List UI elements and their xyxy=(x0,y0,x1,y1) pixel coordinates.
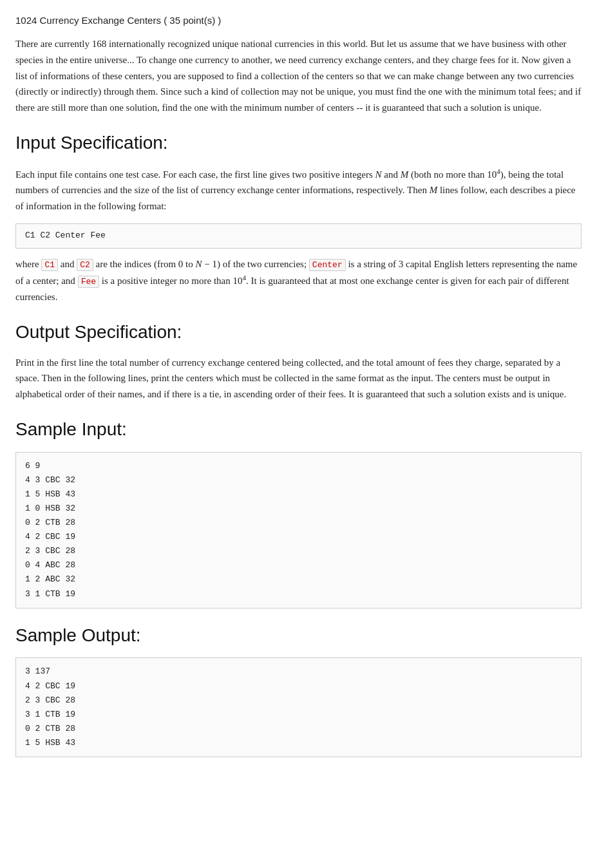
where-text3: − 1) of the two currencies; xyxy=(204,259,309,269)
c1-inline-code: C1 xyxy=(41,259,58,271)
where-and1: and xyxy=(61,259,75,269)
input-spec-and: and xyxy=(384,169,400,180)
input-spec-text2: (both no more than 10 xyxy=(411,169,497,180)
output-spec-text: Print in the first line the total number… xyxy=(15,355,582,402)
format-code-block: C1 C2 Center Fee xyxy=(15,223,582,249)
sample-input-line-8: 0 4 ABC 28 xyxy=(25,558,572,572)
sample-input-line-6: 4 2 CBC 19 xyxy=(25,530,572,544)
sample-input-line-1: 6 9 xyxy=(25,459,572,473)
page-title: 1024 Currency Exchange Centers ( 35 poin… xyxy=(15,13,582,28)
sample-input-heading: Sample Input: xyxy=(15,415,582,444)
sample-input-line-2: 4 3 CBC 32 xyxy=(25,473,572,487)
sample-output-line-1: 3 137 xyxy=(25,665,572,679)
sample-input-line-3: 1 5 HSB 43 xyxy=(25,487,572,502)
sample-input-line-10: 3 1 CTB 19 xyxy=(25,587,572,601)
where-N: N xyxy=(196,259,202,269)
input-spec-text1: Each input file contains one test case. … xyxy=(15,169,373,180)
where-text5: is a positive integer no more than 10 xyxy=(102,276,243,286)
sample-output-heading: Sample Output: xyxy=(15,621,582,650)
sample-input-line-9: 1 2 ABC 32 xyxy=(25,572,572,587)
where-text2: are the indices (from 0 to xyxy=(96,259,196,269)
where-paragraph: where C1 and C2 are the indices (from 0 … xyxy=(15,256,582,305)
center-inline-code: Center xyxy=(309,259,346,271)
input-spec-heading: Input Specification: xyxy=(15,129,582,158)
input-spec-paragraph: Each input file contains one test case. … xyxy=(15,165,582,214)
fee-inline-code: Fee xyxy=(78,276,99,288)
input-spec-M2: M xyxy=(430,185,438,195)
sample-input-line-5: 0 2 CTB 28 xyxy=(25,516,572,530)
sample-output-line-4: 3 1 CTB 19 xyxy=(25,708,572,722)
format-code-text: C1 C2 Center Fee xyxy=(25,231,106,240)
sample-output-line-2: 4 2 CBC 19 xyxy=(25,679,572,693)
sample-output-line-3: 2 3 CBC 28 xyxy=(25,693,572,708)
where-text1: where xyxy=(15,259,39,269)
sample-input-line-4: 1 0 HSB 32 xyxy=(25,502,572,516)
output-spec-heading: Output Specification: xyxy=(15,318,582,347)
sample-input-block: 6 9 4 3 CBC 32 1 5 HSB 43 1 0 HSB 32 0 2… xyxy=(15,452,582,609)
sample-output-block: 3 137 4 2 CBC 19 2 3 CBC 28 3 1 CTB 19 0… xyxy=(15,657,582,757)
input-spec-N: N xyxy=(375,169,382,180)
input-spec-M: M xyxy=(401,169,409,180)
description-text: There are currently 168 internationally … xyxy=(15,36,582,116)
sample-output-line-5: 0 2 CTB 28 xyxy=(25,722,572,736)
sample-output-line-6: 1 5 HSB 43 xyxy=(25,736,572,750)
sample-input-line-7: 2 3 CBC 28 xyxy=(25,544,572,558)
c2-inline-code: C2 xyxy=(77,259,93,271)
